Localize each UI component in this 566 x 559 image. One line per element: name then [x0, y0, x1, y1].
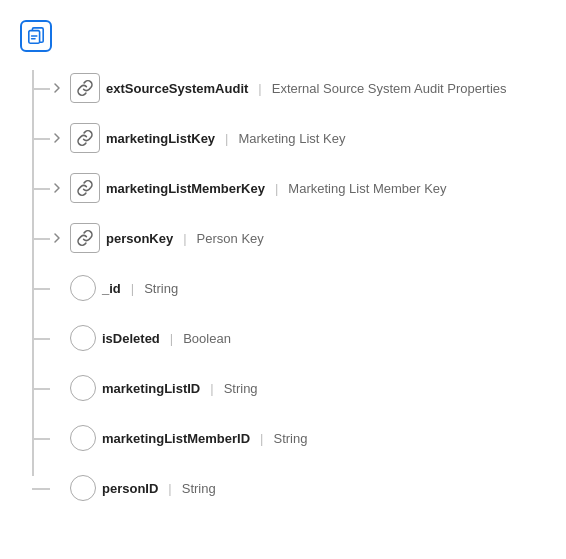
separator: |	[183, 231, 186, 246]
separator: |	[210, 381, 213, 396]
field-name: marketingListID	[102, 381, 200, 396]
tree-item: marketingListKey|Marketing List Key	[50, 120, 546, 156]
field-description: String	[273, 431, 307, 446]
field-name: personID	[102, 481, 158, 496]
root-node	[20, 20, 546, 52]
field-description: String	[144, 281, 178, 296]
field-description: External Source System Audit Properties	[272, 81, 507, 96]
tree-item: personKey|Person Key	[50, 220, 546, 256]
separator: |	[225, 131, 228, 146]
field-type-icon	[70, 425, 96, 451]
expand-arrow-icon[interactable]	[50, 131, 64, 145]
tree-item: marketingListID|String	[50, 370, 546, 406]
separator: |	[258, 81, 261, 96]
tree-item: isDeleted|Boolean	[50, 320, 546, 356]
field-description: Person Key	[197, 231, 264, 246]
object-type-icon	[70, 173, 100, 203]
field-name: extSourceSystemAudit	[106, 81, 248, 96]
tree-item: marketingListMemberID|String	[50, 420, 546, 456]
object-type-icon	[70, 73, 100, 103]
separator: |	[131, 281, 134, 296]
separator: |	[275, 181, 278, 196]
tree-item: _id|String	[50, 270, 546, 306]
field-name: marketingListMemberKey	[106, 181, 265, 196]
svg-rect-0	[29, 31, 40, 44]
tree-item: marketingListMemberKey|Marketing List Me…	[50, 170, 546, 206]
separator: |	[168, 481, 171, 496]
separator: |	[260, 431, 263, 446]
field-name: personKey	[106, 231, 173, 246]
field-type-icon	[70, 325, 96, 351]
expand-arrow-icon[interactable]	[50, 231, 64, 245]
expand-arrow-icon[interactable]	[50, 181, 64, 195]
root-icon	[20, 20, 52, 52]
field-name: marketingListMemberID	[102, 431, 250, 446]
field-description: Boolean	[183, 331, 231, 346]
object-type-icon	[70, 123, 100, 153]
field-name: _id	[102, 281, 121, 296]
field-description: Marketing List Key	[238, 131, 345, 146]
field-type-icon	[70, 275, 96, 301]
tree-item: extSourceSystemAudit|External Source Sys…	[50, 70, 546, 106]
field-name: isDeleted	[102, 331, 160, 346]
separator: |	[170, 331, 173, 346]
field-description: String	[224, 381, 258, 396]
field-type-icon	[70, 475, 96, 501]
field-description: Marketing List Member Key	[288, 181, 446, 196]
schema-tree: extSourceSystemAudit|External Source Sys…	[10, 20, 546, 506]
tree-body: extSourceSystemAudit|External Source Sys…	[20, 70, 546, 506]
field-name: marketingListKey	[106, 131, 215, 146]
field-description: String	[182, 481, 216, 496]
expand-arrow-icon[interactable]	[50, 81, 64, 95]
tree-item: personID|String	[50, 470, 546, 506]
field-type-icon	[70, 375, 96, 401]
object-type-icon	[70, 223, 100, 253]
